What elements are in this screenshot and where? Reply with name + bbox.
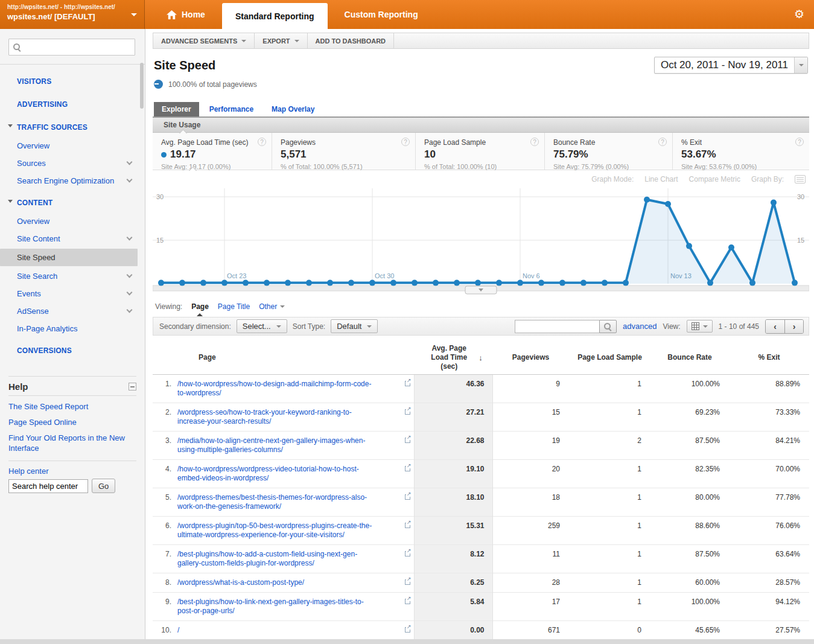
sidebar-item-search-engine-optimization[interactable]: Search Engine Optimization bbox=[0, 172, 145, 190]
header-pageviews[interactable]: Pageviews bbox=[492, 341, 569, 375]
cell-page-load-sample: 1 bbox=[569, 545, 650, 573]
table-view-select[interactable] bbox=[687, 320, 713, 333]
table-row: 4. /how-to-wordpress/wordpress-video-tut… bbox=[153, 460, 809, 488]
sidebar-item-events[interactable]: Events bbox=[0, 285, 145, 302]
sidebar-section-content[interactable]: CONTENT bbox=[0, 190, 145, 212]
advanced-search-link[interactable]: advanced bbox=[623, 322, 657, 331]
header-page-load-sample[interactable]: Page Load Sample bbox=[569, 341, 650, 375]
help-icon[interactable] bbox=[401, 138, 410, 146]
header-percent-exit[interactable]: % Exit bbox=[729, 341, 809, 375]
viewing-option-page[interactable]: Page bbox=[191, 302, 209, 311]
viewing-option-page-title[interactable]: Page Title bbox=[218, 302, 250, 311]
compare-metric-button[interactable]: Compare Metric bbox=[689, 175, 740, 183]
sidebar-item-in-page-analytics[interactable]: In-Page Analytics bbox=[0, 320, 145, 337]
help-go-button[interactable]: Go bbox=[92, 479, 115, 493]
chevron-down-icon bbox=[703, 325, 708, 328]
graph-by-icon[interactable] bbox=[795, 175, 806, 183]
help-link-old-reports[interactable]: Find Your Old Reports in the New Interfa… bbox=[8, 433, 136, 453]
external-link-icon[interactable] bbox=[405, 579, 410, 585]
help-icon[interactable] bbox=[258, 138, 266, 146]
sidebar-item-site-content[interactable]: Site Content bbox=[0, 230, 145, 247]
cell-page-load-sample: 1 bbox=[569, 460, 650, 488]
page-link[interactable]: /wordpress/what-is-a-custom-post-type/ bbox=[177, 578, 304, 587]
table-search-button[interactable] bbox=[599, 320, 617, 333]
site-usage-subtab[interactable]: Site Usage bbox=[153, 118, 809, 133]
cell-avg-load-time: 8.12 bbox=[414, 545, 492, 573]
tab-map-overlay[interactable]: Map Overlay bbox=[264, 102, 322, 116]
help-icon[interactable] bbox=[658, 138, 667, 146]
settings-gear-icon[interactable]: ⚙ bbox=[794, 7, 804, 21]
table-search-input[interactable] bbox=[515, 320, 599, 333]
prev-page-button[interactable]: ‹ bbox=[766, 320, 784, 333]
tab-performance[interactable]: Performance bbox=[202, 102, 261, 116]
next-page-button[interactable]: › bbox=[784, 320, 803, 333]
sidebar-section-visitors[interactable]: VISITORS bbox=[0, 68, 145, 91]
viewing-option-other[interactable]: Other bbox=[259, 302, 285, 311]
row-rank: 4. bbox=[153, 460, 174, 488]
page-link[interactable]: /how-to-wordpress/how-to-design-add-mail… bbox=[177, 380, 377, 398]
metric-pageviews[interactable]: Pageviews 5,571 % of Total: 100.00% (5,5… bbox=[272, 133, 415, 170]
header-page[interactable]: Page bbox=[174, 341, 414, 375]
external-link-icon[interactable] bbox=[405, 599, 410, 604]
page-link[interactable]: /best-plugins/how-to-add-a-custom-field-… bbox=[177, 550, 377, 568]
external-link-icon[interactable] bbox=[405, 627, 410, 633]
external-link-icon[interactable] bbox=[405, 551, 410, 556]
chevron-down-icon bbox=[294, 40, 299, 42]
sidebar-item-adsense[interactable]: AdSense bbox=[0, 302, 145, 320]
tab-home[interactable]: Home bbox=[153, 0, 218, 29]
metric-bounce-rate[interactable]: Bounce Rate 75.79% Site Avg: 75.79% (0.0… bbox=[544, 133, 672, 170]
help-link-site-speed-report[interactable]: The Site Speed Report bbox=[8, 401, 136, 412]
cell-page: /media/how-to-align-centre-next-gen-gall… bbox=[174, 432, 414, 460]
advanced-segments-button[interactable]: ADVANCED SEGMENTS bbox=[153, 33, 255, 48]
collapse-minus-icon[interactable] bbox=[129, 383, 136, 391]
page-link[interactable]: /wordpress-themes/best-thesis-themes-for… bbox=[177, 493, 377, 511]
header-bounce-rate[interactable]: Bounce Rate bbox=[650, 341, 729, 375]
cell-bounce-rate: 80.00% bbox=[650, 488, 729, 517]
external-link-icon[interactable] bbox=[405, 523, 410, 528]
sidebar-search-input[interactable] bbox=[8, 39, 135, 56]
page-link[interactable]: /how-to-wordpress/wordpress-video-tutori… bbox=[177, 465, 377, 483]
sidebar-item-sources[interactable]: Sources bbox=[0, 155, 145, 172]
help-search-input[interactable] bbox=[8, 479, 88, 493]
export-button[interactable]: EXPORT bbox=[255, 33, 307, 48]
metric-page-load-sample[interactable]: Page Load Sample 10 % of Total: 100.00% … bbox=[415, 133, 544, 170]
page-link[interactable]: / bbox=[177, 626, 179, 635]
sidebar-section-advertising[interactable]: ADVERTISING bbox=[0, 91, 145, 114]
chevron-down-icon bbox=[794, 57, 807, 73]
sidebar-item-overview[interactable]: Overview bbox=[0, 212, 145, 230]
chart-area: 15153030Oct 23Oct 30Nov 6Nov 13 bbox=[153, 187, 809, 295]
external-link-icon[interactable] bbox=[405, 494, 410, 500]
page-link[interactable]: /media/how-to-align-centre-next-gen-gall… bbox=[177, 436, 377, 454]
metrics-row: Avg. Page Load Time (sec) 19.17 Site Avg… bbox=[153, 133, 809, 170]
account-selector[interactable]: http://wpsites.net/ - http://wpsites.net… bbox=[0, 0, 145, 29]
sidebar-scrollbar-thumb[interactable] bbox=[140, 63, 144, 109]
external-link-icon[interactable] bbox=[405, 381, 410, 386]
help-icon[interactable] bbox=[530, 138, 539, 146]
secondary-dimension-select[interactable]: Select... bbox=[237, 319, 287, 333]
metric-avg-page-load-time-sec[interactable]: Avg. Page Load Time (sec) 19.17 Site Avg… bbox=[153, 133, 272, 170]
sidebar-section-conversions[interactable]: CONVERSIONS bbox=[0, 337, 145, 360]
graph-mode-line-chart[interactable]: Line Chart bbox=[644, 175, 678, 183]
help-icon[interactable] bbox=[795, 138, 804, 146]
sidebar-section-traffic-sources[interactable]: TRAFFIC SOURCES bbox=[0, 114, 145, 137]
external-link-icon[interactable] bbox=[405, 466, 410, 471]
external-link-icon[interactable] bbox=[405, 438, 410, 443]
sidebar-item-site-search[interactable]: Site Search bbox=[0, 267, 145, 285]
help-link-page-speed-online[interactable]: Page Speed Online bbox=[8, 417, 136, 427]
sidebar-item-site-speed[interactable]: Site Speed bbox=[0, 249, 138, 266]
tab-custom-reporting[interactable]: Custom Reporting bbox=[331, 0, 431, 29]
tab-standard-reporting[interactable]: Standard Reporting bbox=[222, 3, 328, 29]
header-avg-page-load-time[interactable]: Avg. Page Load Time (sec) bbox=[414, 341, 492, 375]
add-to-dashboard-button[interactable]: ADD TO DASHBOARD bbox=[308, 33, 395, 48]
metric-exit[interactable]: % Exit 53.67% Site Avg: 53.67% (0.00%) bbox=[672, 133, 809, 170]
tab-explorer[interactable]: Explorer bbox=[154, 102, 199, 116]
page-link[interactable]: /wordpress-plugin/top-50-best-wordpress-… bbox=[177, 521, 377, 540]
page-link[interactable]: /wordpress-seo/how-to-track-your-keyword… bbox=[177, 408, 377, 426]
external-link-icon[interactable] bbox=[405, 409, 410, 415]
sidebar-item-overview[interactable]: Overview bbox=[0, 137, 145, 155]
sort-type-select[interactable]: Default bbox=[331, 319, 378, 333]
page-link[interactable]: /best-plugins/how-to-link-next-gen-galle… bbox=[177, 598, 377, 616]
cell-bounce-rate: 82.35% bbox=[650, 460, 729, 488]
timeseries-chart[interactable]: 15153030Oct 23Oct 30Nov 6Nov 13 bbox=[153, 187, 809, 295]
date-range-selector[interactable]: Oct 20, 2011 - Nov 19, 2011 bbox=[654, 57, 808, 74]
